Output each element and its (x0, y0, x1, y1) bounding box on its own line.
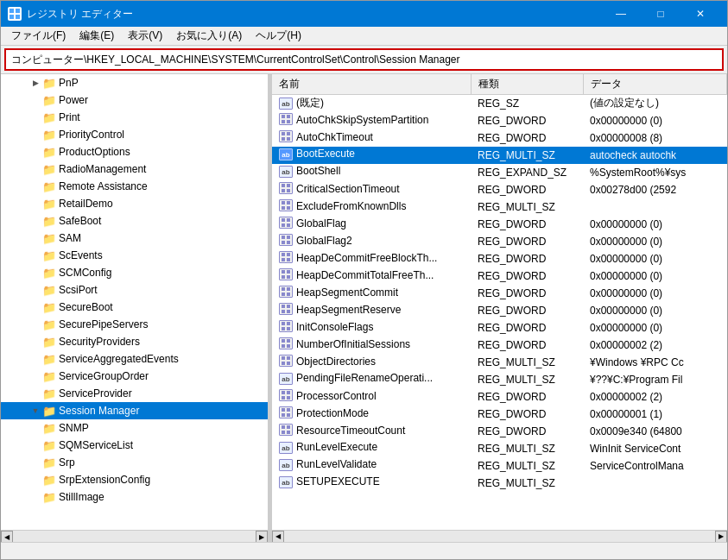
reg-name: HeapDeCommitTotalFreeTh... (296, 269, 434, 281)
tree-item[interactable]: 📁Remote Assistance (1, 178, 268, 195)
svg-rect-0 (9, 9, 14, 13)
table-row[interactable]: ProcessorControlREG_DWORD0x00000002 (2) (272, 388, 727, 406)
menu-bar: ファイル(F)編集(E)表示(V)お気に入り(A)ヘルプ(H) (1, 27, 727, 46)
col-header-name[interactable]: 名前 (272, 74, 471, 95)
table-row[interactable]: abSETUPEXECUTEREG_MULTI_SZ (272, 475, 727, 492)
table-row[interactable]: abBootExecuteREG_MULTI_SZautocheck autoc… (272, 147, 727, 164)
svg-rect-49 (287, 339, 290, 343)
tree-item[interactable]: 📁Srp (1, 454, 268, 471)
menu-item[interactable]: ファイル(F) (4, 27, 73, 45)
svg-rect-18 (282, 206, 285, 210)
svg-rect-62 (282, 413, 285, 417)
table-row[interactable]: HeapDeCommitFreeBlockTh...REG_DWORD0x000… (272, 250, 727, 267)
reg-type: REG_MULTI_SZ (471, 440, 583, 457)
table-row[interactable]: ExcludeFromKnownDllsREG_MULTI_SZ (272, 198, 727, 216)
table-row[interactable]: GlobalFlag2REG_DWORD0x00000000 (0) (272, 233, 727, 250)
table-row[interactable]: ObjectDirectoriesREG_MULTI_SZ¥Windows ¥R… (272, 354, 727, 371)
table-row[interactable]: abRunLevelValidateREG_MULTI_SZServiceCon… (272, 457, 727, 475)
tree-item[interactable]: ▼📁Session Manager (1, 402, 268, 419)
scroll-left-btn[interactable]: ◀ (1, 531, 13, 542)
minimize-button[interactable]: — (601, 1, 641, 27)
tree-item[interactable]: 📁SCMConfig (1, 264, 268, 281)
window-controls: — □ ✕ (601, 1, 720, 27)
tree-item[interactable]: 📁SecureBoot (1, 299, 268, 316)
tree-item[interactable]: ▶📁PnP (1, 74, 268, 91)
right-scroll-track[interactable] (284, 531, 715, 542)
reg-type-icon: ab (279, 441, 293, 455)
tree-item[interactable]: 📁ServiceProvider (1, 385, 268, 402)
scroll-right-btn[interactable]: ▶ (256, 531, 268, 542)
registry-table[interactable]: 名前 種類 データ ab(既定)REG_SZ(値の設定なし)AutoChkSki… (272, 74, 727, 530)
maximize-button[interactable]: □ (641, 1, 681, 27)
table-row[interactable]: ProtectionModeREG_DWORD0x00000001 (1) (272, 406, 727, 423)
tree-item[interactable]: 📁ScEvents (1, 247, 268, 264)
table-row[interactable]: AutoChkSkipSystemPartitionREG_DWORD0x000… (272, 112, 727, 129)
tree-item[interactable]: 📁RadioManagement (1, 160, 268, 178)
tree-item[interactable]: 📁SQMServiceList (1, 437, 268, 454)
right-bottom-scrollbar[interactable]: ◀ ▶ (272, 530, 727, 542)
col-header-type[interactable]: 種類 (471, 74, 583, 95)
table-row[interactable]: abBootShellREG_EXPAND_SZ%SystemRoot%¥sys (272, 164, 727, 181)
reg-data: 0x00000000 (0) (583, 216, 727, 233)
tree-item[interactable]: 📁SNMP (1, 419, 268, 437)
svg-rect-12 (282, 184, 285, 187)
svg-rect-14 (282, 189, 285, 192)
reg-type-icon: ab (279, 165, 293, 179)
table-row[interactable]: HeapDeCommitTotalFreeTh...REG_DWORD0x000… (272, 267, 727, 285)
reg-data: 0x00000000 (0) (583, 233, 727, 250)
tree-item[interactable]: 📁ServiceGroupOrder (1, 368, 268, 385)
table-row[interactable]: InitConsoleFlagsREG_DWORD0x00000000 (0) (272, 319, 727, 337)
reg-name: ResourceTimeoutCount (296, 425, 405, 437)
folder-icon: 📁 (42, 111, 56, 124)
table-row[interactable]: ResourceTimeoutCountREG_DWORD0x0009e340 … (272, 423, 727, 440)
tree-item[interactable]: 📁RetailDemo (1, 195, 268, 212)
svg-rect-34 (282, 275, 285, 279)
reg-type-icon (279, 337, 293, 351)
folder-icon: 📁 (42, 370, 56, 383)
svg-rect-17 (287, 201, 290, 204)
tree-item[interactable]: 📁SecurityProviders (1, 333, 268, 350)
tree-item[interactable]: 📁Print (1, 109, 268, 126)
tree-item[interactable]: 📁SAM (1, 230, 268, 247)
tree-label: Remote Assistance (59, 180, 148, 192)
tree-item[interactable]: 📁SrpExtensionConfig (1, 471, 268, 488)
reg-name: InitConsoleFlags (296, 321, 373, 333)
reg-type: REG_MULTI_SZ (471, 147, 583, 164)
reg-type: REG_DWORD (471, 388, 583, 406)
table-row[interactable]: CriticalSectionTimeoutREG_DWORD0x00278d0… (272, 181, 727, 198)
tree-item[interactable]: 📁SecurePipeServers (1, 316, 268, 333)
menu-item[interactable]: ヘルプ(H) (249, 27, 308, 45)
svg-rect-13 (287, 184, 290, 187)
menu-item[interactable]: 表示(V) (121, 27, 169, 45)
table-row[interactable]: abRunLevelExecuteREG_MULTI_SZWinInit Ser… (272, 440, 727, 457)
scroll-track[interactable] (13, 531, 256, 542)
right-scroll-left-btn[interactable]: ◀ (272, 531, 284, 543)
tree-item[interactable]: 📁SafeBoot (1, 212, 268, 230)
table-row[interactable]: NumberOfInitialSessionsREG_DWORD0x000000… (272, 337, 727, 354)
tree-item[interactable]: 📁ProductOptions (1, 143, 268, 160)
tree-item[interactable]: 📁Power (1, 91, 268, 109)
tree-item[interactable]: 📁ScsiPort (1, 281, 268, 299)
expand-icon[interactable]: ▼ (28, 406, 42, 415)
table-row[interactable]: abPendingFileRenameOperati...REG_MULTI_S… (272, 371, 727, 388)
col-header-data[interactable]: データ (583, 74, 727, 95)
tree-item[interactable]: 📁StillImage (1, 488, 268, 506)
tree-item[interactable]: 📁PriorityControl (1, 126, 268, 143)
tree-item[interactable]: 📁ServiceAggregatedEvents (1, 350, 268, 368)
table-row[interactable]: GlobalFlagREG_DWORD0x00000000 (0) (272, 216, 727, 233)
table-row[interactable]: HeapSegmentCommitREG_DWORD0x00000000 (0) (272, 285, 727, 302)
reg-name: RunLevelValidate (296, 458, 377, 470)
table-row[interactable]: ab(既定)REG_SZ(値の設定なし) (272, 95, 727, 112)
table-row[interactable]: AutoChkTimeoutREG_DWORD0x00000008 (8) (272, 129, 727, 147)
tree-view[interactable]: ▶📁PnP📁Power📁Print📁PriorityControl📁Produc… (1, 74, 268, 530)
left-bottom-scrollbar[interactable]: ◀ ▶ (1, 530, 268, 542)
close-button[interactable]: ✕ (681, 1, 720, 27)
table-row[interactable]: HeapSegmentReserveREG_DWORD0x00000000 (0… (272, 302, 727, 319)
right-scroll-right-btn[interactable]: ▶ (715, 531, 727, 543)
menu-item[interactable]: お気に入り(A) (169, 27, 249, 45)
svg-rect-50 (282, 344, 285, 348)
window-title: レジストリ エディター (27, 7, 133, 22)
menu-item[interactable]: 編集(E) (73, 27, 121, 45)
expand-icon[interactable]: ▶ (28, 79, 42, 87)
values-table: 名前 種類 データ ab(既定)REG_SZ(値の設定なし)AutoChkSki… (272, 74, 727, 492)
